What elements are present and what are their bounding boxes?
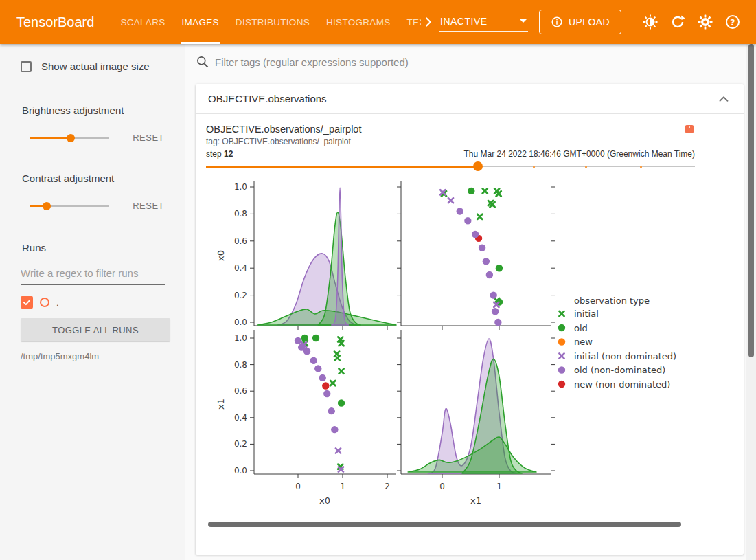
tag-group-title: OBJECTIVE.observations — [208, 93, 327, 104]
svg-text:0.6: 0.6 — [234, 386, 247, 396]
svg-text:0.4: 0.4 — [234, 263, 247, 273]
step-slider[interactable] — [206, 161, 695, 172]
brightness-slider-thumb[interactable] — [67, 134, 75, 142]
vertical-scrollbar-thumb[interactable] — [748, 44, 754, 357]
log-directory: /tmp/tmp5mxgm4lm — [21, 351, 164, 361]
tab-histograms[interactable]: HISTOGRAMS — [318, 0, 399, 44]
svg-text:0.0: 0.0 — [234, 317, 247, 327]
show-actual-size-label: Show actual image size — [41, 60, 150, 72]
svg-text:1: 1 — [340, 482, 345, 491]
step-slider-tick — [533, 166, 535, 168]
app-logo: TensorBoard — [16, 14, 94, 30]
check-icon — [22, 298, 32, 307]
tab-scalars[interactable]: SCALARS — [112, 0, 173, 44]
svg-text:old (non-dominated): old (non-dominated) — [574, 365, 665, 375]
svg-text:0.4: 0.4 — [234, 413, 247, 423]
chevron-down-icon — [520, 19, 527, 23]
svg-text:x0: x0 — [319, 495, 330, 506]
brightness-slider[interactable] — [30, 134, 109, 142]
page-content: Show actual image size Brightness adjust… — [0, 44, 756, 560]
brightness-label: Brightness adjustment — [22, 104, 164, 116]
svg-text:x0: x0 — [216, 250, 226, 261]
svg-text:?: ? — [730, 17, 735, 27]
tag-group-card: OBJECTIVE.observations OBJECTIVE.observa… — [196, 84, 744, 555]
vertical-scrollbar[interactable] — [746, 44, 756, 560]
tab-distributions[interactable]: DISTRIBUTIONS — [227, 0, 318, 44]
svg-text:0.8: 0.8 — [234, 360, 247, 370]
search-icon — [196, 55, 209, 69]
tab-bar: SCALARS IMAGES DISTRIBUTIONS HISTOGRAMS … — [112, 0, 421, 44]
navbar-right-cluster: INACTIVE UPLOAD — [421, 8, 746, 36]
svg-text:0.0: 0.0 — [234, 466, 247, 475]
svg-text:1.0: 1.0 — [234, 182, 247, 192]
run-color-swatch — [40, 298, 49, 307]
contrast-slider-thumb[interactable] — [43, 202, 51, 210]
tab-images[interactable]: IMAGES — [174, 0, 227, 44]
filter-tags-input[interactable] — [215, 56, 744, 68]
main-panel: OBJECTIVE.observations OBJECTIVE.observa… — [185, 44, 756, 560]
run-status-value: INACTIVE — [440, 16, 488, 27]
brightness-toggle-button[interactable] — [637, 8, 664, 36]
run-name: . — [56, 298, 59, 308]
step-slider-tick — [585, 166, 587, 168]
run-status-select[interactable]: INACTIVE — [439, 13, 528, 32]
image-tag-line: tag: OBJECTIVE.observations/_pairplot — [206, 137, 744, 146]
step-slider-tick — [640, 166, 642, 168]
gear-icon — [697, 14, 713, 30]
horizontal-scrollbar-thumb[interactable] — [208, 522, 681, 527]
svg-text:x1: x1 — [470, 495, 481, 506]
settings-button[interactable] — [691, 8, 719, 36]
pairplot-figure: 0.00.00.20.20.40.40.60.60.80.81.01.00120… — [206, 175, 695, 518]
svg-text:0.2: 0.2 — [234, 291, 247, 300]
svg-text:0: 0 — [439, 482, 445, 491]
image-card-title: OBJECTIVE.observations/_pairplot — [206, 124, 744, 135]
pairplot-image: 0.00.00.20.20.40.40.60.60.80.81.01.00120… — [206, 175, 695, 515]
svg-text:1.0: 1.0 — [234, 333, 247, 343]
contrast-label: Contrast adjustment — [22, 172, 164, 184]
run-color-pin-icon — [685, 125, 694, 133]
tab-text[interactable]: TEXT — [399, 0, 422, 44]
svg-text:0.2: 0.2 — [234, 439, 247, 449]
svg-text:0: 0 — [295, 482, 301, 491]
svg-text:0.6: 0.6 — [234, 236, 247, 246]
run-checkbox[interactable] — [21, 296, 33, 309]
svg-text:initial (non-dominated): initial (non-dominated) — [574, 351, 676, 361]
brightness-icon — [642, 14, 658, 30]
svg-text:initial: initial — [574, 309, 599, 319]
contrast-slider[interactable] — [30, 202, 109, 210]
image-card-body: OBJECTIVE.observations/_pairplot tag: OB… — [196, 114, 744, 527]
svg-text:old: old — [574, 323, 588, 333]
svg-text:observation type: observation type — [574, 295, 650, 306]
refresh-button[interactable] — [664, 8, 691, 36]
svg-text:0.8: 0.8 — [234, 209, 247, 219]
svg-text:new: new — [574, 337, 593, 347]
upload-button[interactable]: UPLOAD — [539, 10, 621, 34]
navbar: TensorBoard SCALARS IMAGES DISTRIBUTIONS… — [0, 0, 756, 44]
info-icon — [551, 16, 563, 28]
svg-text:x1: x1 — [216, 399, 226, 410]
refresh-icon — [669, 14, 686, 30]
runs-title: Runs — [22, 242, 164, 254]
filter-tags-row — [196, 55, 744, 76]
runs-filter-input[interactable] — [21, 266, 165, 285]
help-icon: ? — [724, 14, 741, 30]
brightness-reset-button[interactable]: RESET — [133, 133, 164, 143]
chevron-up-icon[interactable] — [716, 91, 731, 107]
step-slider-thumb[interactable] — [473, 161, 483, 171]
help-button[interactable]: ? — [719, 8, 746, 36]
step-value: 12 — [224, 149, 233, 159]
timestamp: Thu Mar 24 2022 18:46:46 GMT+0000 (Green… — [463, 149, 695, 159]
chevron-right-icon[interactable] — [421, 14, 436, 30]
toggle-all-runs-button[interactable]: TOGGLE ALL RUNS — [21, 318, 170, 341]
upload-label: UPLOAD — [569, 16, 610, 27]
horizontal-scrollbar[interactable] — [206, 522, 695, 527]
svg-text:new (non-dominated): new (non-dominated) — [574, 379, 670, 390]
svg-text:2: 2 — [385, 482, 390, 491]
tag-group-header[interactable]: OBJECTIVE.observations — [196, 84, 744, 114]
show-actual-size-checkbox[interactable] — [21, 61, 32, 72]
sidebar: Show actual image size Brightness adjust… — [0, 44, 185, 560]
step-indicator: step 12 — [206, 149, 233, 159]
contrast-reset-button[interactable]: RESET — [133, 201, 164, 211]
svg-text:1: 1 — [496, 482, 502, 491]
